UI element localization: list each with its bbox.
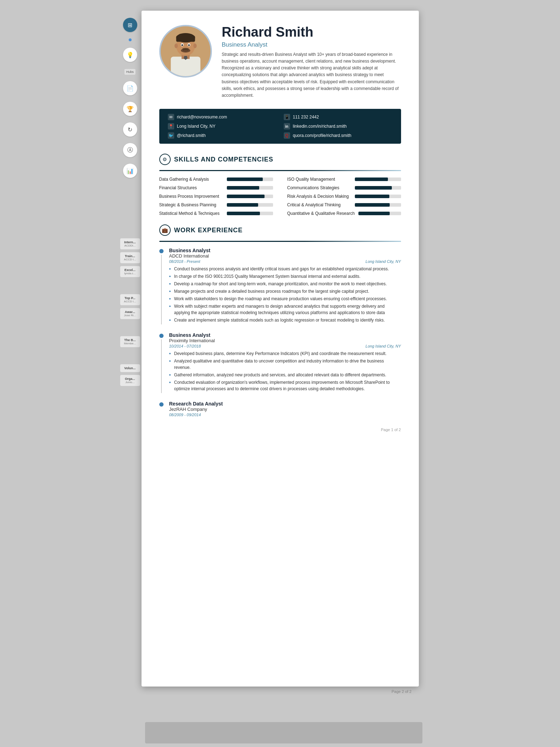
work-company: JezRAH Company: [169, 407, 401, 412]
work-title: WORK EXPERIENCE: [174, 227, 243, 234]
header-summary: Strategic and results-driven Business An…: [222, 51, 401, 99]
sidebar-list-item-top[interactable]: Top P... ACCD I...: [120, 294, 140, 305]
skill-bar: [355, 186, 392, 190]
skill-bar-wrap: [355, 195, 401, 198]
header-title: Business Analyst: [222, 41, 401, 48]
work-bullet: Conducted evaluation of organization's w…: [169, 379, 401, 392]
contact-quora: Q quora.com/profile/richard.smith: [284, 132, 393, 139]
work-meta: 10/2014 - 07/2018 Long Island City, NY: [169, 344, 401, 348]
skill-row: Communications Strategies: [287, 185, 401, 190]
svg-point-14: [182, 48, 189, 50]
contact-phone: 📱 111 232 2442: [284, 114, 393, 120]
skill-bar: [227, 212, 260, 215]
work-bullet: Gathered information, analyzed new produ…: [169, 372, 401, 378]
contact-email: ✉ richard@novoresume.com: [168, 114, 277, 120]
work-company: Proximity International: [169, 338, 401, 343]
work-meta: 08/2018 - Present Long Island City, NY: [169, 259, 401, 264]
work-content: Business Analyst ADCD International 08/2…: [169, 248, 401, 324]
skill-label: Financial Structures: [159, 185, 223, 190]
resume-page: Richard Smith Business Analyst Strategic…: [142, 11, 419, 687]
work-divider: [159, 241, 401, 242]
avatar: [159, 25, 212, 78]
skill-row: Quantitative & Qualitative Research: [287, 211, 401, 216]
work-bullets: Conduct business process analysis and id…: [169, 266, 401, 323]
work-dates: 08/2018 - Present: [169, 259, 200, 264]
work-timeline: [159, 332, 164, 393]
work-location: Long Island City, NY: [366, 344, 401, 348]
svg-rect-8: [176, 36, 195, 42]
skill-bar-wrap: [227, 186, 273, 190]
skill-label: Business Process Improvement: [159, 194, 223, 199]
work-item: Research Data Analyst JezRAH Company 08/…: [159, 401, 401, 419]
skill-bar-wrap: [227, 178, 273, 181]
skill-bar: [227, 195, 265, 198]
page-number: Page 1 of 2: [159, 428, 401, 432]
sidebar-list-item-volun[interactable]: Volun...: [120, 364, 140, 372]
sidebar-list-item-excel[interactable]: Excel... lynda.c...: [120, 266, 140, 277]
skill-bar-wrap: [227, 203, 273, 207]
email-icon: ✉: [168, 114, 174, 120]
sidebar-icon-grid[interactable]: ⊞: [123, 18, 137, 32]
work-line: [161, 255, 162, 324]
work-company: ADCD International: [169, 253, 401, 259]
skill-bar: [355, 178, 388, 181]
sidebar-list: Intern... ACDDI... Train... ACCD I... Ex…: [120, 89, 140, 389]
work-bullet: Analyzed qualitative and quantitative da…: [169, 358, 401, 371]
svg-point-5: [174, 43, 177, 48]
skill-label: Data Gathering & Analysis: [159, 177, 223, 182]
work-dates: 10/2014 - 07/2018: [169, 344, 201, 348]
work-content: Research Data Analyst JezRAH Company 08/…: [169, 401, 401, 419]
skill-label: Critical & Analytical Thinking: [287, 202, 351, 207]
header-text: Richard Smith Business Analyst Strategic…: [222, 25, 401, 99]
work-bullet: Developed business plans, determine Key …: [169, 350, 401, 357]
page-wrapper: ⊞ 💡 Hubs 📄 🏆 ↻ Ⓐ 📊 Intern... ACDDI... Tr…: [142, 11, 419, 736]
skill-label: ISO Quality Management: [287, 177, 351, 182]
skill-row: Critical & Analytical Thinking: [287, 202, 401, 207]
svg-point-11: [181, 44, 183, 46]
quora-icon: Q: [284, 132, 290, 139]
skill-row: Data Gathering & Analysis: [159, 177, 273, 182]
sidebar-list-item-theb[interactable]: The B... Membe...: [120, 336, 140, 347]
contact-bar: ✉ richard@novoresume.com 📱 111 232 2442 …: [159, 109, 401, 144]
skill-row: Financial Structures: [159, 185, 273, 190]
sidebar-list-item-intern[interactable]: Intern... ACDDI...: [120, 238, 140, 249]
contact-twitter: 🐦 @richard.smith: [168, 132, 277, 139]
skill-bar: [355, 195, 390, 198]
work-bullets: Developed business plans, determine Key …: [169, 350, 401, 392]
work-section: 💼 WORK EXPERIENCE Business Analyst ADCD …: [159, 224, 401, 419]
work-icon: 💼: [159, 224, 171, 236]
svg-point-6: [193, 43, 196, 48]
skill-label: Strategic & Business Planning: [159, 202, 223, 207]
skill-row: Statistical Method & Techniques: [159, 211, 273, 216]
skill-label: Communications Strategies: [287, 185, 351, 190]
work-bullet: Create and implement simple statistical …: [169, 317, 401, 323]
skills-divider: [159, 170, 401, 171]
work-location: Long Island City, NY: [366, 259, 401, 264]
skill-row: Business Process Improvement: [159, 194, 273, 199]
sidebar-dot: [129, 38, 132, 41]
sidebar-icon-lightbulb[interactable]: 💡: [123, 48, 137, 62]
skill-bar: [227, 186, 259, 190]
skills-title: SKILLS AND COMPETENCIES: [174, 156, 273, 163]
skills-icon: ⚙: [159, 154, 171, 165]
svg-point-12: [188, 44, 190, 46]
work-timeline: [159, 248, 164, 324]
page2-label: Page 2 of 2: [142, 687, 419, 695]
contact-linkedin: in linkedin.com/in/richard.smith: [284, 123, 393, 129]
sidebar-list-item-award[interactable]: Awar... Jose Ri...: [120, 308, 140, 319]
work-dot: [159, 402, 164, 407]
work-job-title: Business Analyst: [169, 332, 401, 338]
hubs-label: Hubs: [124, 69, 135, 75]
work-bullet: Work with stakeholders to design the roa…: [169, 296, 401, 302]
resume-header: Richard Smith Business Analyst Strategic…: [159, 25, 401, 99]
work-header: 💼 WORK EXPERIENCE: [159, 224, 401, 236]
sidebar-list-item-train[interactable]: Train... ACCD I...: [120, 252, 140, 263]
skill-bar: [227, 203, 258, 207]
work-bullet: Work with subject matter experts and man…: [169, 303, 401, 316]
skill-bar: [355, 203, 390, 207]
work-content: Business Analyst Proximity International…: [169, 332, 401, 393]
work-item: Business Analyst ADCD International 08/2…: [159, 248, 401, 324]
work-timeline: [159, 401, 164, 419]
sidebar-list-item-orga[interactable]: Orga... Junio...: [120, 375, 140, 386]
skill-bar-wrap: [355, 203, 401, 207]
